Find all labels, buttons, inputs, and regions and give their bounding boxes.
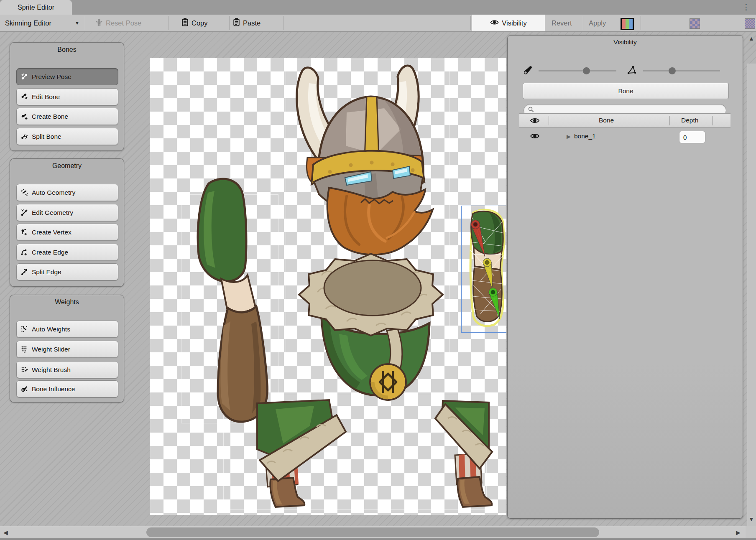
- edit-geometry-button[interactable]: Edit Geometry: [16, 204, 118, 221]
- paste-label: Paste: [243, 19, 261, 27]
- bone-influence-icon: [20, 385, 28, 393]
- split-bone-label: Split Bone: [32, 133, 61, 140]
- toolbar-separator: [583, 16, 583, 30]
- create-edge-icon: [20, 248, 28, 256]
- bone-name: bone_1: [574, 132, 596, 140]
- mesh-opacity-slider-track[interactable]: [643, 70, 720, 71]
- reset-pose-label: Reset Pose: [106, 19, 141, 27]
- split-bone-icon: [20, 132, 28, 140]
- bone-category-button[interactable]: Bone: [523, 83, 729, 99]
- auto-geometry-label: Auto Geometry: [32, 189, 75, 196]
- tab-bar: Sprite Editor ⋮: [0, 0, 756, 15]
- head-sprite[interactable]: [297, 66, 433, 255]
- auto-geometry-button[interactable]: Auto Geometry: [16, 184, 118, 201]
- horizontal-scrollbar[interactable]: ◀ ▶: [0, 526, 746, 539]
- scroll-up-icon[interactable]: ▲: [748, 35, 754, 42]
- depth-input[interactable]: [679, 131, 705, 143]
- edit-bone-button[interactable]: Edit Bone: [16, 88, 118, 105]
- eye-icon: [490, 19, 499, 27]
- sprite-color-swatch[interactable]: [621, 18, 634, 30]
- mitten-arm-sprite[interactable]: [198, 179, 267, 422]
- paste-button[interactable]: Paste: [233, 15, 261, 31]
- create-bone-button[interactable]: Create Bone: [16, 108, 118, 125]
- bone-row[interactable]: ▶ bone_1: [519, 127, 730, 148]
- row-expander-icon[interactable]: ▶: [567, 133, 571, 140]
- horizontal-scrollbar-thumb[interactable]: [146, 527, 599, 537]
- apply-button[interactable]: Apply: [589, 15, 606, 31]
- toolbar: Skinning Editor ▼ Reset Pose Co: [0, 15, 756, 32]
- bone-opacity-slider-track[interactable]: [539, 70, 616, 71]
- weight-brush-label: Weight Brush: [32, 366, 71, 374]
- bone-opacity-icon: [523, 65, 534, 77]
- reset-pose-button[interactable]: Reset Pose: [95, 15, 141, 31]
- auto-geometry-icon: [20, 188, 28, 196]
- mode-dropdown[interactable]: Skinning Editor ▼: [0, 15, 84, 31]
- bones-panel-title: Bones: [10, 43, 124, 57]
- sprite-editor-window: Sprite Editor ⋮ Skinning Editor ▼ Reset …: [0, 0, 756, 540]
- bone-influence-button[interactable]: Bone Influence: [16, 380, 118, 397]
- mode-dropdown-label: Skinning Editor: [5, 19, 51, 27]
- weights-panel: Weights Auto Weights: [10, 295, 124, 402]
- bone-table-header: Bone Depth: [519, 113, 730, 128]
- character-sprites: [150, 58, 506, 515]
- depth-column-label: Depth: [681, 117, 698, 124]
- window-menu-icon[interactable]: ⋮: [742, 1, 750, 13]
- tab-sprite-editor[interactable]: Sprite Editor: [0, 0, 72, 15]
- visibility-label: Visibility: [502, 19, 526, 27]
- chevron-down-icon: ▼: [75, 20, 79, 25]
- scroll-left-icon[interactable]: ◀: [3, 529, 8, 536]
- column-divider[interactable]: [712, 116, 713, 125]
- pattern-swatch-icon[interactable]: [690, 18, 700, 29]
- bone-opacity-slider-knob[interactable]: [583, 67, 590, 74]
- visibility-panel-title: Visibility: [508, 36, 743, 49]
- preview-pose-button[interactable]: Preview Pose: [16, 68, 118, 85]
- pattern-swatch-fine-icon[interactable]: [745, 18, 755, 29]
- toolbar-separator: [169, 16, 169, 30]
- mesh-opacity-slider-knob[interactable]: [669, 67, 676, 74]
- weight-slider-icon: [20, 345, 28, 353]
- toolbar-separator: [641, 16, 641, 30]
- sprite-canvas[interactable]: [150, 58, 506, 515]
- scroll-right-icon[interactable]: ▶: [736, 529, 741, 536]
- split-edge-button[interactable]: Split Edge: [16, 263, 118, 280]
- torso-sprite[interactable]: [299, 254, 443, 400]
- create-vertex-button[interactable]: Create Vertex: [16, 224, 118, 241]
- bone-column-label: Bone: [599, 117, 614, 124]
- copy-label: Copy: [192, 19, 208, 27]
- auto-weights-label: Auto Weights: [32, 326, 70, 333]
- revert-label: Revert: [552, 19, 572, 27]
- copy-button[interactable]: Copy: [181, 15, 208, 31]
- left-leg-sprite[interactable]: [257, 400, 346, 507]
- create-edge-button[interactable]: Create Edge: [16, 244, 118, 261]
- weight-brush-icon: [20, 366, 28, 374]
- weight-slider-label: Weight Slider: [32, 346, 70, 353]
- scroll-down-icon[interactable]: ▼: [748, 516, 754, 522]
- auto-weights-button[interactable]: Auto Weights: [16, 321, 118, 338]
- split-bone-button[interactable]: Split Bone: [16, 128, 118, 145]
- mesh-opacity-icon: [627, 65, 638, 77]
- create-vertex-icon: [20, 228, 28, 236]
- column-divider: [549, 116, 549, 125]
- bone-influence-label: Bone Influence: [32, 385, 75, 393]
- paste-icon: [233, 18, 240, 28]
- window-bottom-edge: [0, 538, 756, 540]
- create-vertex-label: Create Vertex: [32, 229, 72, 236]
- workspace: Bones Preview Pose: [0, 32, 756, 526]
- visibility-panel: Visibility Bone: [507, 35, 743, 519]
- apply-label: Apply: [589, 19, 606, 27]
- right-leg-sprite[interactable]: [435, 401, 492, 507]
- visibility-toggle-button[interactable]: Visibility: [472, 15, 545, 31]
- weight-brush-button[interactable]: Weight Brush: [16, 361, 118, 378]
- reset-pose-icon: [95, 18, 103, 28]
- split-edge-label: Split Edge: [32, 268, 61, 276]
- vertical-scrollbar[interactable]: [747, 64, 756, 540]
- visibility-column-eye-icon[interactable]: [530, 117, 540, 126]
- weight-slider-button[interactable]: Weight Slider: [16, 341, 118, 358]
- edit-bone-label: Edit Bone: [32, 93, 60, 101]
- geometry-panel: Geometry Auto Geometry: [10, 158, 124, 287]
- row-visibility-eye-icon[interactable]: [530, 132, 540, 141]
- toolbar-separator: [470, 16, 471, 30]
- copy-icon: [181, 18, 189, 28]
- revert-button[interactable]: Revert: [552, 15, 572, 31]
- column-divider[interactable]: [669, 116, 670, 125]
